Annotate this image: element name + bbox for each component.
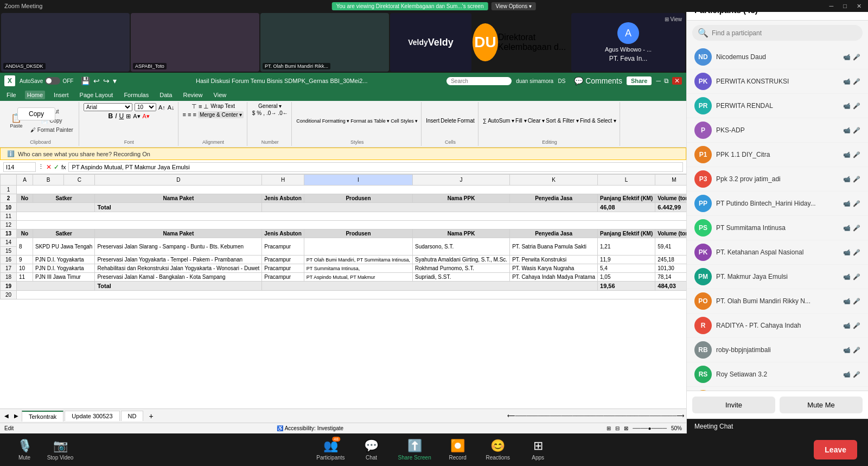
list-item[interactable]: PM PT. Makmur Jaya Emulsi 📹 🎤 [687, 265, 868, 289]
view-icon[interactable]: ⊞ View [665, 16, 682, 22]
list-item[interactable]: ND Nicodemus Daud 📹 🎤 [687, 45, 868, 69]
conditional-format-btn[interactable]: Conditional Formatting ▾ [296, 118, 349, 124]
sheet-tab-terkontrak[interactable]: Terkontrak [22, 411, 63, 422]
mute-btn[interactable]: 🎙️ Mute [11, 439, 38, 461]
video-thumb-andias[interactable]: ANDIAS_DKSDK [1, 13, 130, 72]
border-btn[interactable]: ⊞ [126, 113, 131, 120]
percent-btn[interactable]: % [257, 110, 261, 116]
font-family-select[interactable]: Arial [84, 103, 132, 111]
view-options-btn[interactable]: View Options ▾ [491, 2, 536, 10]
col-header-d[interactable]: D [95, 175, 262, 186]
align-middle-btn[interactable]: ≡ [199, 103, 202, 110]
align-top-btn[interactable]: ⊤ [192, 103, 197, 110]
excel-close[interactable]: ✕ [672, 77, 682, 85]
align-left-btn[interactable]: ≡ [183, 111, 186, 118]
format-painter-btn[interactable]: 🖌 Format Painter [28, 126, 75, 134]
video-thumb-olahbumi[interactable]: PT. Olah Bumi Mandiri Rikk... [260, 13, 389, 72]
font-size-select[interactable]: 10 [135, 103, 156, 111]
list-item[interactable]: RS Roy Setiawan 3.2 📹 🎤 [687, 362, 868, 387]
sheet-nav-left[interactable]: ◀ [2, 411, 11, 420]
clear-btn[interactable]: Clear ▾ [528, 118, 545, 124]
align-center-btn[interactable]: ≡ [188, 111, 191, 118]
fill-color-btn[interactable]: A▾ [133, 113, 140, 120]
underline-btn[interactable]: U [119, 112, 124, 120]
formula-input[interactable] [68, 162, 683, 172]
list-item[interactable]: PP PT Putindo Bintech_Harini Hiday... 📹 … [687, 191, 868, 216]
close-btn[interactable]: ✕ [854, 3, 864, 10]
currency-btn[interactable]: $ [252, 110, 256, 116]
menu-review[interactable]: Review [181, 91, 205, 99]
excel-minimize[interactable]: ─ [656, 77, 661, 85]
format-table-btn[interactable]: Format as Table ▾ [350, 118, 390, 124]
add-sheet-btn[interactable]: + [144, 410, 157, 422]
sort-filter-btn[interactable]: Sort & Filter ▾ [546, 118, 579, 124]
comments-btn[interactable]: 💬 Comments [574, 76, 622, 85]
font-color-btn[interactable]: A▾ [143, 113, 150, 120]
list-item[interactable]: PS PT Summitama Intinusa 📹 🎤 [687, 216, 868, 240]
sheet-nav-right[interactable]: ▶ [12, 411, 21, 420]
insert-cells-btn[interactable]: Insert [426, 118, 439, 124]
sheet-tab-nd[interactable]: ND [121, 411, 144, 421]
list-item[interactable]: SA Sigit Asbuton 📹 🎤 [687, 387, 868, 391]
menu-home[interactable]: Home [25, 91, 45, 99]
video-thumb-veldy[interactable]: Veldy Veldy [390, 13, 471, 72]
decrease-font-btn[interactable]: A↓ [168, 104, 175, 111]
align-bottom-btn[interactable]: ⊥ [203, 103, 209, 110]
col-header-l[interactable]: L [598, 175, 655, 186]
minimize-btn[interactable]: ─ [827, 3, 836, 10]
search-input[interactable] [712, 29, 857, 37]
comma-btn[interactable]: , [263, 110, 265, 116]
stop-video-btn[interactable]: 📷 Stop Video [47, 439, 74, 461]
normal-view-btn[interactable]: ⊞ [607, 425, 611, 431]
increase-font-btn[interactable]: A↑ [158, 104, 165, 111]
list-item[interactable]: PK PERWITA KONSTRUKSI 📹 🎤 [687, 69, 868, 94]
record-btn[interactable]: ⏺️ Record [444, 439, 471, 461]
accessibility-btn[interactable]: ♿ Accessibility: Investigate [277, 425, 343, 431]
menu-file[interactable]: File [4, 91, 18, 99]
leave-button[interactable]: Leave [814, 440, 857, 459]
delete-cells-btn[interactable]: Delete [441, 118, 456, 124]
video-thumb-agus[interactable]: A Agus Wibowo - ... ⊞ View PT. Feva In..… [571, 13, 685, 72]
insert-function-btn[interactable]: fx [61, 164, 66, 170]
col-header-k[interactable]: K [510, 175, 598, 186]
dec-increase-btn[interactable]: .0→ [266, 110, 276, 116]
col-header-c[interactable]: C [64, 175, 95, 186]
dec-decrease-btn[interactable]: .0← [278, 110, 288, 116]
page-break-btn[interactable]: ⊠ [624, 425, 628, 431]
sheet-tab-update[interactable]: Update 300523 [65, 411, 119, 421]
cell-styles-btn[interactable]: Cell Styles ▾ [391, 118, 418, 124]
list-item[interactable]: P1 PPK 1.1 DIY_Citra 📹 🎤 [687, 143, 868, 167]
list-item[interactable]: PR PERWITA RENDAL 📹 🎤 [687, 94, 868, 118]
align-right-btn[interactable]: ≡ [193, 111, 196, 118]
list-item[interactable]: RB roby-bbpjnjatimbali 📹 🎤 [687, 338, 868, 362]
chat-btn[interactable]: 💬 Chat [358, 439, 385, 461]
list-item[interactable]: R RADITYA - PT. Cahaya Indah 📹 🎤 [687, 314, 868, 338]
autosave-toggle[interactable] [45, 77, 60, 85]
menu-formulas[interactable]: Formulas [122, 91, 151, 99]
apps-btn[interactable]: ⊞ Apps [525, 439, 552, 461]
col-header-h[interactable]: H [262, 175, 304, 186]
fill-btn[interactable]: Fill ▾ [515, 118, 527, 124]
maximize-btn[interactable]: □ [841, 3, 849, 10]
col-header-m[interactable]: M [655, 175, 686, 186]
menu-pagelayout[interactable]: Page Layout [78, 91, 116, 99]
cell-ref-input[interactable] [3, 162, 36, 172]
video-thumb-direktorat[interactable]: DU Direktorat Kelembagaan d... [473, 13, 570, 72]
list-item[interactable]: P3 Ppk 3.2 prov jatim_adi 📹 🎤 [687, 167, 868, 191]
italic-btn[interactable]: I [115, 112, 117, 120]
wrap-text-btn[interactable]: Wrap Text [210, 103, 235, 110]
menu-view[interactable]: View [212, 91, 229, 99]
spreadsheet-area[interactable]: A B C D H I J K L M N O P Q R [0, 174, 686, 408]
find-select-btn[interactable]: Find & Select ▾ [580, 118, 616, 124]
save-icon[interactable]: 💾 [81, 76, 90, 85]
list-item[interactable]: PO PT. Olah Bumi Mandiri Rikky N... 📹 🎤 [687, 289, 868, 314]
zoom-slider[interactable]: ────●──── [633, 425, 667, 431]
search-participants[interactable]: 🔍 [692, 25, 863, 41]
col-header-j[interactable]: J [413, 175, 510, 186]
redo-icon[interactable]: ↪ [103, 76, 110, 85]
menu-data[interactable]: Data [157, 91, 174, 99]
video-thumb-aspabi[interactable]: ASPABI_Toto [131, 13, 259, 72]
col-header-a[interactable]: A [17, 175, 33, 186]
confirm-formula-btn[interactable]: ✓ [54, 163, 59, 171]
merge-center-btn[interactable]: Merge & Center ▾ [198, 111, 244, 118]
